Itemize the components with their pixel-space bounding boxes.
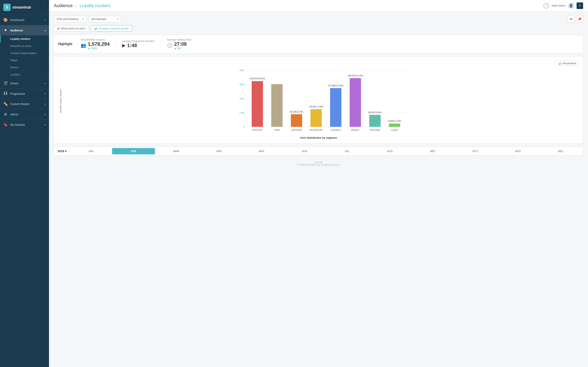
what-works-label: What works for who? xyxy=(61,27,86,30)
sidebar-logo: S streamhub xyxy=(0,0,49,15)
avg-viewing-label: Average Viewing Time xyxy=(167,38,191,41)
y-axis-label: Monthly unique viewers xyxy=(60,90,62,113)
year-select[interactable]: 2018 ▾ xyxy=(55,148,69,154)
email-button[interactable]: ✉ xyxy=(568,16,575,22)
chevron-down-icon: ▾ xyxy=(45,82,46,85)
svg-text:Interested: Interested xyxy=(291,128,302,131)
main-area: Audience | Loyalty clusters ? Hello Demo… xyxy=(49,0,588,367)
svg-text:Loyals: Loyals xyxy=(391,128,398,131)
bar-snackers[interactable] xyxy=(330,88,341,127)
month-feb[interactable]: FEB xyxy=(112,148,155,154)
header-divider: | xyxy=(76,3,77,8)
version-text: 3.19.22 xyxy=(56,161,581,164)
month-dec[interactable]: DEC xyxy=(539,148,582,154)
chart-title: User distribution by segment xyxy=(58,136,579,139)
bar-interested[interactable] xyxy=(291,114,302,127)
partner-select[interactable]: VOD (All Partners) ▾ xyxy=(54,16,86,22)
sidebar-item-dashboard[interactable]: 🎨 Dashboard ▾ xyxy=(0,15,49,25)
page-header: Audience | Loyalty clusters ? Hello Demo… xyxy=(49,0,588,11)
header-section-title: Audience xyxy=(54,3,73,8)
chevron-down-icon: ▾ xyxy=(82,17,84,21)
sidebar-item-audience[interactable]: ♥ Audience ▴ xyxy=(0,25,49,35)
month-sep[interactable]: SEP xyxy=(411,148,454,154)
highlight-box: Highlight Total Monthly Uniques 👥 1,578,… xyxy=(54,35,583,53)
page-footer: 3.19.22 © 2020 Streamhub Ltd. All rights… xyxy=(54,159,583,168)
avg-programme-value: 1:48 xyxy=(127,43,137,48)
svg-text:90,236 (5.7%): 90,236 (5.7%) xyxy=(290,111,303,113)
chevron-down-icon: ▾ xyxy=(117,17,119,21)
bar-bingers[interactable] xyxy=(350,78,361,127)
total-monthly-label: Total Monthly Uniques xyxy=(81,38,110,41)
help-button[interactable]: ? xyxy=(544,3,549,8)
sidebar: S streamhub 🎨 Dashboard ▾ ♥ Audience ▴ L… xyxy=(0,0,49,367)
bar-loyals[interactable] xyxy=(389,124,400,127)
what-works-button[interactable]: 🖥 What works for who? xyxy=(54,25,89,32)
svg-text:323,576 (20.5%): 323,576 (20.5%) xyxy=(250,77,265,80)
action-buttons-row: 🖥 What works for who? 📊 Compare segment … xyxy=(54,25,583,32)
sidebar-item-my-reports-label: My Reports xyxy=(10,123,25,126)
logo-text: streamhub xyxy=(12,5,31,9)
sidebar-item-my-reports[interactable]: 🔖 My Reports ▾ xyxy=(0,120,49,130)
channel-select[interactable]: All Channels ▾ xyxy=(89,16,121,22)
month-aug[interactable]: AUG xyxy=(369,148,411,154)
metric-divider-1 xyxy=(116,40,116,48)
year-value: 2018 xyxy=(58,150,64,153)
sidebar-section-series: 🎬 Series ▾ xyxy=(0,78,49,89)
sidebar-item-admin[interactable]: ⚙ Admin ▾ xyxy=(0,109,49,119)
month-mar[interactable]: MAR xyxy=(155,148,198,154)
sidebar-item-audience-label: Audience xyxy=(10,29,23,32)
dashboard-icon: 🎨 xyxy=(3,18,8,22)
content-area: VOD (All Partners) ▾ All Channels ▾ ✉ 📌 … xyxy=(49,11,588,367)
bar-bouncers[interactable] xyxy=(252,81,263,127)
sidebar-sub-retention-churn[interactable]: Retention & churn xyxy=(0,42,49,50)
month-jun[interactable]: JUN xyxy=(283,148,326,154)
month-selector: 2018 ▾ JAN FEB MAR APR MAY JUN JUL AUG S… xyxy=(54,147,583,155)
retention-churn-label: Retention & churn xyxy=(10,44,31,48)
bar-occasionals[interactable] xyxy=(311,109,322,127)
sidebar-sub-loyalty-clusters[interactable]: Loyalty clusters xyxy=(0,35,49,42)
sidebar-item-programme[interactable]: 🎞 Programme ▾ xyxy=(0,89,49,99)
device-label: Device xyxy=(10,66,18,69)
pin-button[interactable]: 📌 xyxy=(576,16,583,22)
sidebar-section-audience: ♥ Audience ▴ Loyalty clusters Retention … xyxy=(0,25,49,78)
sidebar-item-admin-label: Admin xyxy=(10,113,18,116)
total-monthly-value: 1,578,294 xyxy=(88,41,110,47)
month-jan[interactable]: JAN xyxy=(69,148,112,154)
sidebar-sub-player[interactable]: Player xyxy=(0,57,49,64)
svg-text:23,801 (1.5%): 23,801 (1.5%) xyxy=(388,120,401,122)
sidebar-item-custom-report-label: Custom Report xyxy=(10,102,29,106)
sidebar-section-my-reports: 🔖 My Reports ▾ xyxy=(0,119,49,130)
svg-text:345,079 (21.9%): 345,079 (21.9%) xyxy=(348,75,363,77)
bar-trials[interactable] xyxy=(271,84,283,127)
sidebar-item-series[interactable]: 🎬 Series ▾ xyxy=(0,78,49,89)
player-label: Player xyxy=(10,59,18,62)
month-may[interactable]: MAY xyxy=(240,148,283,154)
sidebar-sub-content-segmentation[interactable]: Content Segmentation xyxy=(0,50,49,57)
avg-viewing-change: ▲ 6% xyxy=(174,47,187,50)
sidebar-item-custom-report[interactable]: ✏️ Custom Report ▾ xyxy=(0,99,49,109)
total-monthly-metric: Total Monthly Uniques 👥 1,578,294 ▲ 194% xyxy=(81,38,110,50)
sidebar-item-dashboard-label: Dashboard xyxy=(10,18,24,22)
svg-text:100k: 100k xyxy=(239,111,245,114)
chart-icon: 📊 xyxy=(94,27,97,30)
chevron-down-icon: ▾ xyxy=(45,103,46,105)
month-apr[interactable]: APR xyxy=(198,148,240,154)
header-page-title: Loyalty clusters xyxy=(79,3,111,8)
user-avatar[interactable]: 👤 xyxy=(568,3,574,9)
month-oct[interactable]: OCT xyxy=(454,148,497,154)
annual-trend-button[interactable]: 📊 Annual trend xyxy=(555,61,579,66)
sidebar-item-series-label: Series xyxy=(10,82,18,85)
filters-row: VOD (All Partners) ▾ All Channels ▾ ✉ 📌 xyxy=(54,16,583,22)
sidebar-sub-device[interactable]: Device xyxy=(0,64,49,71)
month-nov[interactable]: NOV xyxy=(497,148,539,154)
sidebar-section-programme: 🎞 Programme ▾ xyxy=(0,89,49,99)
compare-growth-button[interactable]: 📊 Compare segment growth xyxy=(91,25,132,32)
svg-text:124,691 (7.9%): 124,691 (7.9%) xyxy=(309,106,323,108)
svg-text:300k: 300k xyxy=(239,83,245,86)
avg-programme-label: Average Programme Duration xyxy=(122,40,155,43)
bar-potentials[interactable] xyxy=(369,115,380,127)
content-segmentation-label: Content Segmentation xyxy=(10,52,36,55)
month-jul[interactable]: JUL xyxy=(326,148,369,154)
sidebar-sub-location[interactable]: Location xyxy=(0,71,49,78)
highlight-title: Highlight xyxy=(58,42,75,46)
